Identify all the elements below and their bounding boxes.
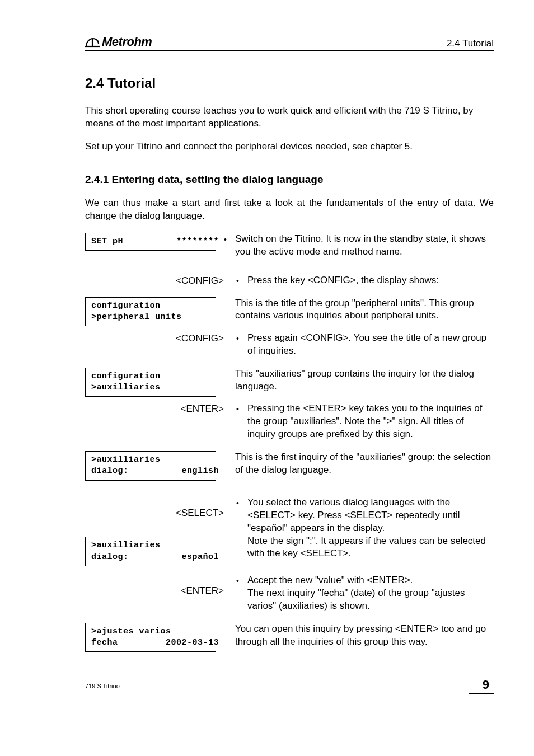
bullet-icon: • bbox=[236, 274, 247, 287]
brand-logo: Metrohm bbox=[85, 35, 152, 49]
key-label: <SELECT> bbox=[85, 496, 236, 519]
step-left: configuration >auxilliaries bbox=[85, 368, 224, 397]
step-left: SET pH ******** bbox=[85, 233, 224, 251]
step-text: Accept the new "value" with <ENTER>. The… bbox=[247, 574, 494, 613]
step-right: This is the title of the group "peripher… bbox=[224, 297, 494, 323]
step-right: • Press again <CONFIG>. You see the titl… bbox=[236, 332, 494, 358]
step-row: SET pH ******** • Switch on the Titrino.… bbox=[85, 233, 494, 259]
page-footer: 719 S Titrino 9 bbox=[85, 678, 494, 694]
lcd-display: configuration >peripheral units bbox=[85, 297, 216, 327]
step-right: • Pressing the <ENTER> key takes you to … bbox=[236, 402, 494, 441]
step-text: You can open this inquiry by pressing <E… bbox=[235, 623, 494, 649]
header-section-ref: 2.4 Tutorial bbox=[447, 38, 494, 49]
key-label: <CONFIG> bbox=[85, 274, 236, 287]
metrohm-icon bbox=[85, 36, 100, 48]
step-text: This "auxiliaries" group contains the in… bbox=[235, 368, 494, 393]
bullet-icon: • bbox=[236, 332, 247, 344]
brand-name: Metrohm bbox=[102, 35, 152, 49]
section-title: 2.4 Tutorial bbox=[85, 76, 494, 91]
bullet-icon bbox=[224, 623, 235, 624]
step-row: configuration >auxilliaries This "auxili… bbox=[85, 368, 494, 397]
step-text: This is the title of the group "peripher… bbox=[235, 297, 494, 323]
key-label: <ENTER> bbox=[85, 574, 236, 597]
intro-paragraph-1: This short operating course teaches you … bbox=[85, 105, 494, 130]
step-right: • Accept the new "value" with <ENTER>. T… bbox=[236, 574, 494, 613]
bullet-icon: • bbox=[224, 233, 235, 245]
step-row: <CONFIG> • Press again <CONFIG>. You see… bbox=[85, 332, 494, 358]
step-text: This is the first inquiry of the "auxili… bbox=[235, 451, 494, 477]
step-text: You select the various dialog languages … bbox=[247, 496, 494, 561]
step-text: Pressing the <ENTER> key takes you to th… bbox=[247, 402, 494, 441]
step-row: <ENTER> • Accept the new "value" with <E… bbox=[85, 574, 494, 613]
step-row: >auxilliaries dialog: english This is th… bbox=[85, 451, 494, 481]
page-number: 9 bbox=[469, 678, 494, 694]
bullet-icon: • bbox=[236, 496, 247, 509]
footer-product: 719 S Titrino bbox=[85, 683, 120, 689]
bullet-icon: • bbox=[236, 574, 247, 586]
step-row: <ENTER> • Pressing the <ENTER> key takes… bbox=[85, 402, 494, 441]
page-container: Metrohm 2.4 Tutorial 2.4 Tutorial This s… bbox=[0, 0, 534, 717]
step-text: Press again <CONFIG>. You see the title … bbox=[247, 332, 494, 358]
step-right: • Switch on the Titrino. It is now in th… bbox=[224, 233, 494, 259]
key-label: <ENTER> bbox=[85, 402, 236, 415]
step-left: >ajustes varios fecha 2002-03-13 bbox=[85, 623, 224, 652]
step-right: This is the first inquiry of the "auxili… bbox=[224, 451, 494, 477]
bullet-icon bbox=[224, 451, 235, 453]
intro-paragraph-2: Set up your Titrino and connect the peri… bbox=[85, 140, 494, 153]
step-left: >auxilliaries dialog: español bbox=[85, 537, 224, 566]
step-right: • You select the various dialog language… bbox=[236, 496, 494, 561]
key-label: <CONFIG> bbox=[85, 332, 236, 344]
step-right: • Press the key <CONFIG>, the display sh… bbox=[236, 274, 494, 287]
step-text: Press the key <CONFIG>, the display show… bbox=[247, 274, 494, 287]
step-text: Switch on the Titrino. It is now in the … bbox=[235, 233, 494, 259]
step-left: >auxilliaries dialog: english bbox=[85, 451, 224, 481]
step-right: You can open this inquiry by pressing <E… bbox=[224, 623, 494, 649]
subsection-intro: We can thus make a start and first take … bbox=[85, 197, 494, 223]
page-header: Metrohm 2.4 Tutorial bbox=[85, 35, 494, 51]
subsection-title: 2.4.1 Entering data, setting the dialog … bbox=[85, 173, 494, 186]
lcd-display: >auxilliaries dialog: español bbox=[85, 537, 216, 566]
lcd-display: >ajustes varios fecha 2002-03-13 bbox=[85, 623, 216, 652]
bullet-icon bbox=[224, 297, 235, 299]
bullet-icon: • bbox=[236, 402, 247, 415]
lcd-display: configuration >auxilliaries bbox=[85, 368, 216, 397]
step-left: configuration >peripheral units bbox=[85, 297, 224, 327]
bullet-icon bbox=[224, 368, 235, 369]
step-right: This "auxiliaries" group contains the in… bbox=[224, 368, 494, 393]
step-row: <CONFIG> • Press the key <CONFIG>, the d… bbox=[85, 274, 494, 287]
lcd-display: >auxilliaries dialog: english bbox=[85, 451, 216, 481]
step-row: >ajustes varios fecha 2002-03-13 You can… bbox=[85, 623, 494, 652]
lcd-display: SET pH ******** bbox=[85, 233, 216, 251]
step-row: configuration >peripheral units This is … bbox=[85, 297, 494, 327]
